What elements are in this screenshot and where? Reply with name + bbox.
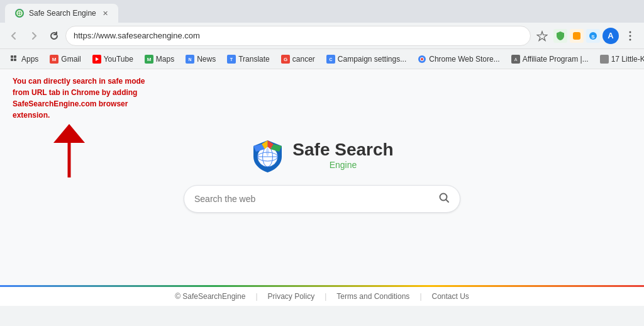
- reload-button[interactable]: [45, 27, 63, 45]
- bookmark-maps[interactable]: M Maps: [140, 53, 179, 65]
- bookmark-apps[interactable]: Apps: [5, 53, 43, 65]
- annotation-text: You can directly search in safe mode fro…: [13, 76, 151, 121]
- back-icon: [9, 31, 19, 41]
- svg-text:A: A: [514, 57, 517, 62]
- chrome-store-icon: [418, 55, 426, 64]
- gmail-icon: M: [50, 55, 58, 64]
- footer-sep-2: |: [325, 292, 326, 301]
- bookmark-chrome-store[interactable]: Chrome Web Store...: [413, 53, 505, 65]
- logo-text: Safe Search Engine: [292, 140, 393, 170]
- url-input[interactable]: [74, 31, 523, 40]
- bookmarks-bar: Apps M Gmail YouTube M Maps N News T Tra…: [0, 49, 644, 69]
- bookmark-17[interactable]: 17 Little-Known Affi...: [595, 53, 644, 65]
- logo-engine-label: Engine: [292, 160, 393, 170]
- logo-container: Safe Search Engine: [250, 138, 393, 172]
- arrow-up-icon: [53, 124, 85, 181]
- apps-icon: [10, 55, 19, 64]
- translate-icon: T: [227, 55, 236, 64]
- google-icon: G: [281, 55, 290, 64]
- bookmark-affiliate[interactable]: A Affiliate Program |...: [506, 53, 594, 65]
- list-icon: [600, 55, 609, 64]
- bookmark-news[interactable]: N News: [180, 53, 221, 65]
- page-content: You can directly search in safe mode fro…: [0, 69, 644, 306]
- affiliate-icon: A: [511, 55, 520, 64]
- bookmark-cancer[interactable]: G cancer: [276, 53, 320, 65]
- forward-icon: [29, 31, 39, 41]
- svg-point-7: [630, 31, 631, 33]
- svg-rect-12: [11, 59, 13, 61]
- svg-rect-11: [14, 55, 16, 58]
- svg-point-30: [421, 58, 423, 60]
- extension-shield-icon[interactable]: [553, 29, 567, 43]
- address-bar[interactable]: [65, 26, 531, 46]
- svg-text:N: N: [189, 57, 192, 62]
- bookmark-campaign[interactable]: C Campaign settings...: [321, 53, 411, 65]
- footer-contact-link[interactable]: Contact Us: [432, 292, 469, 301]
- back-button[interactable]: [5, 27, 23, 45]
- news-icon: N: [186, 55, 194, 64]
- logo-safe-search-label: Safe Search: [292, 140, 393, 160]
- extension-icon-2[interactable]: [570, 29, 584, 43]
- search-icon: [438, 192, 450, 203]
- svg-rect-4: [573, 32, 580, 40]
- youtube-icon: [92, 55, 101, 64]
- svg-text:M: M: [52, 57, 57, 62]
- svg-point-9: [630, 38, 631, 40]
- logo-icon: [250, 138, 285, 172]
- user-avatar[interactable]: A: [602, 28, 619, 44]
- svg-text:M: M: [147, 57, 152, 62]
- footer-sep-3: |: [419, 292, 421, 301]
- search-bar: [184, 185, 460, 213]
- search-input[interactable]: [194, 194, 433, 204]
- svg-rect-13: [14, 59, 16, 61]
- bookmark-gmail[interactable]: M Gmail: [45, 53, 86, 65]
- nav-icons: S A: [533, 27, 639, 45]
- svg-text:T: T: [230, 57, 233, 62]
- main-content: Safe Search Engine: [184, 138, 460, 213]
- maps-icon: M: [145, 55, 153, 64]
- nav-bar: S A: [0, 23, 644, 49]
- tab-title: Safe Search Engine: [29, 9, 96, 18]
- bookmark-youtube[interactable]: YouTube: [87, 53, 138, 65]
- annotation-container: You can directly search in safe mode fro…: [13, 76, 151, 181]
- svg-text:C: C: [329, 57, 332, 62]
- svg-text:G: G: [284, 57, 287, 62]
- reload-icon: [49, 31, 59, 41]
- active-tab[interactable]: Safe Search Engine ✕: [5, 4, 118, 23]
- svg-text:S: S: [591, 34, 595, 40]
- chrome-frame: Safe Search Engine ✕: [0, 0, 644, 69]
- search-button[interactable]: [438, 192, 450, 206]
- tab-close-button[interactable]: ✕: [103, 9, 108, 18]
- svg-marker-35: [53, 124, 85, 143]
- svg-line-42: [446, 200, 448, 202]
- svg-rect-10: [11, 55, 13, 58]
- more-dots-icon: [625, 30, 636, 42]
- footer: © SafeSearchEngine | Privacy Policy | Te…: [0, 285, 644, 306]
- tab-favicon-icon: [15, 9, 24, 18]
- campaign-icon: C: [326, 55, 335, 64]
- extension-icon-3[interactable]: S: [586, 29, 600, 43]
- tab-bar: Safe Search Engine ✕: [0, 0, 644, 23]
- bookmark-translate[interactable]: T Translate: [222, 53, 275, 65]
- footer-privacy-link[interactable]: Privacy Policy: [268, 292, 315, 301]
- svg-rect-33: [600, 55, 609, 64]
- footer-copyright: © SafeSearchEngine: [175, 292, 245, 301]
- footer-terms-link[interactable]: Terms and Conditions: [336, 292, 409, 301]
- svg-point-8: [630, 35, 631, 37]
- footer-sep-1: |: [255, 292, 257, 301]
- more-menu-button[interactable]: [621, 27, 639, 45]
- bookmark-star-icon[interactable]: [533, 27, 551, 45]
- forward-button[interactable]: [25, 27, 43, 45]
